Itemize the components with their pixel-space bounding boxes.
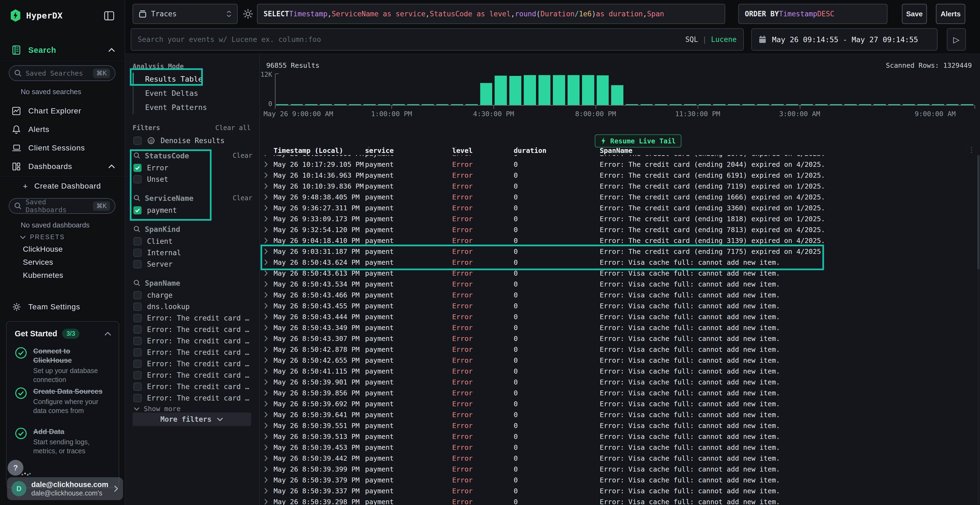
table-row[interactable]: May 26 8:50:43.349 PMpaymentError0Error:…	[260, 322, 976, 333]
row-expand-chevron-icon[interactable]	[260, 205, 274, 211]
table-row[interactable]: May 26 8:50:41.115 PMpaymentError0Error:…	[260, 366, 976, 376]
checkbox[interactable]	[134, 394, 142, 402]
table-row-highlighted[interactable]: May 26 8:50:43.624 PMpaymentError0Error:…	[260, 257, 976, 268]
query-language-toggle[interactable]: SQL | Lucene	[685, 35, 737, 43]
row-expand-chevron-icon[interactable]	[260, 194, 274, 200]
table-row[interactable]: May 26 10:20:01.000 PMpaymentError0Error…	[260, 155, 976, 159]
checkbox[interactable]	[134, 326, 142, 333]
table-row[interactable]: May 26 9:36:27.311 PMpaymentError0Error:…	[260, 202, 976, 213]
row-expand-chevron-icon[interactable]	[260, 368, 274, 375]
checkbox[interactable]	[134, 303, 142, 311]
table-row[interactable]: May 26 8:50:43.613 PMpaymentError0Error:…	[260, 268, 976, 279]
date-range-picker[interactable]: May 26 09:14:55 - May 27 09:14:55	[751, 28, 937, 51]
row-expand-chevron-icon[interactable]	[260, 324, 274, 331]
filter-option[interactable]: dns.lookup	[134, 302, 252, 312]
column-resize-handle[interactable]: ⋮	[452, 145, 460, 154]
row-expand-chevron-icon[interactable]	[260, 155, 274, 157]
table-row-highlighted[interactable]: May 26 9:03:31.187 PMpaymentError0Error:…	[260, 246, 976, 257]
analysis-mode-event-deltas[interactable]: Event Deltas	[134, 86, 207, 100]
sidebar-collapse-icon[interactable]	[104, 11, 115, 21]
sidebar-item-alerts[interactable]: Alerts	[0, 122, 125, 137]
column-header-level[interactable]: level	[452, 147, 514, 154]
checkbox[interactable]	[134, 237, 142, 245]
row-expand-chevron-icon[interactable]	[260, 455, 274, 462]
sidebar-item-client-sessions[interactable]: Client Sessions	[0, 140, 125, 156]
row-expand-chevron-icon[interactable]	[260, 499, 274, 505]
checkbox[interactable]	[134, 175, 142, 183]
column-header-service[interactable]: service	[365, 147, 452, 154]
row-expand-chevron-icon[interactable]	[260, 346, 274, 353]
column-header-spanname[interactable]: SpanName	[600, 147, 980, 154]
row-expand-chevron-icon[interactable]	[260, 400, 274, 407]
row-expand-chevron-icon[interactable]	[260, 335, 274, 342]
row-expand-chevron-icon[interactable]	[260, 488, 274, 494]
column-resize-handle[interactable]: ⋮	[600, 145, 607, 154]
checkbox[interactable]	[134, 291, 142, 299]
table-row[interactable]: May 26 8:50:39.551 PMpaymentError0Error:…	[260, 420, 976, 431]
user-menu[interactable]: D dale@clickhouse.com dale@clickhouse.co…	[7, 477, 123, 500]
filter-option[interactable]: Error: The credit card …	[134, 381, 252, 392]
checkbox[interactable]	[134, 314, 142, 322]
help-button[interactable]: ?	[8, 460, 24, 476]
row-expand-chevron-icon[interactable]	[260, 270, 274, 276]
table-row[interactable]: May 26 8:50:39.856 PMpaymentError0Error:…	[260, 387, 976, 399]
row-expand-chevron-icon[interactable]	[260, 161, 274, 168]
row-expand-chevron-icon[interactable]	[260, 281, 274, 287]
sidebar-item-search[interactable]: Search	[0, 43, 125, 58]
sidebar-item-dashboards[interactable]: Dashboards	[0, 159, 125, 174]
sidebar-preset-services[interactable]: Services	[23, 258, 53, 267]
sidebar-preset-clickhouse[interactable]: ClickHouse	[23, 245, 63, 254]
checkbox[interactable]	[134, 360, 142, 368]
table-row[interactable]: May 26 8:50:43.444 PMpaymentError0Error:…	[260, 311, 976, 322]
clear-all-button[interactable]: Clear all	[215, 124, 251, 132]
row-expand-chevron-icon[interactable]	[260, 292, 274, 298]
analysis-mode-results-table[interactable]: Results Table	[134, 72, 207, 86]
get-started-item[interactable]: Create Data SourcesConfigure where your …	[15, 387, 113, 415]
denoise-results-row[interactable]: Denoise Results	[134, 135, 224, 146]
order-by-editor[interactable]: ORDER BY Timestamp DESC	[738, 4, 888, 24]
checkbox[interactable]	[134, 206, 142, 214]
row-expand-chevron-icon[interactable]	[260, 237, 274, 244]
chevron-up-icon[interactable]	[108, 164, 115, 169]
table-row[interactable]: May 26 9:48:38.405 PMpaymentError0Error:…	[260, 192, 976, 202]
column-resize-handle[interactable]: ⋮	[365, 145, 372, 154]
table-row[interactable]: May 26 8:50:42.655 PMpaymentError0Error:…	[260, 355, 976, 366]
checkbox[interactable]	[134, 383, 142, 391]
denoise-checkbox[interactable]	[134, 137, 142, 145]
row-expand-chevron-icon[interactable]	[260, 444, 274, 451]
row-expand-chevron-icon[interactable]	[260, 357, 274, 364]
row-expand-chevron-icon[interactable]	[260, 411, 274, 418]
sidebar-preset-kubernetes[interactable]: Kubernetes	[23, 271, 63, 280]
row-expand-chevron-icon[interactable]	[260, 477, 274, 483]
filter-option[interactable]: Client	[134, 236, 252, 246]
get-started-item[interactable]: Add DataStart sending logs, metrics, or …	[15, 427, 113, 456]
column-header-timestamp-local-[interactable]: Timestamp (Local)	[274, 147, 365, 154]
filter-option[interactable]: Error: The credit card …	[134, 313, 252, 323]
table-row[interactable]: May 26 8:50:43.534 PMpaymentError0Error:…	[260, 279, 976, 289]
table-row[interactable]: May 26 8:50:43.466 PMpaymentError0Error:…	[260, 289, 976, 300]
column-header-duration[interactable]: duration	[514, 147, 600, 154]
row-expand-chevron-icon[interactable]	[260, 172, 274, 178]
row-expand-chevron-icon[interactable]	[260, 313, 274, 320]
show-more-button[interactable]: Show more	[134, 405, 252, 413]
checkbox[interactable]	[134, 260, 142, 268]
row-expand-chevron-icon[interactable]	[260, 433, 274, 440]
saved-searches-input[interactable]: Saved Searches ⌘K	[9, 65, 115, 81]
row-expand-chevron-icon[interactable]	[260, 248, 274, 255]
source-settings-gear-icon[interactable]	[242, 8, 254, 20]
alerts-button[interactable]: Alerts	[936, 4, 965, 24]
table-row[interactable]: May 26 9:04:18.410 PMpaymentError0Error:…	[260, 235, 976, 246]
column-resize-handle[interactable]: ⋮	[514, 145, 521, 154]
filter-clear-button[interactable]: Clear	[233, 194, 252, 202]
table-options-icon[interactable]: ⋮	[968, 145, 975, 154]
row-expand-chevron-icon[interactable]	[260, 216, 274, 222]
lucene-search-input[interactable]: Search your events w/ Lucene ex. column:…	[130, 28, 744, 51]
table-row[interactable]: May 26 8:50:43.455 PMpaymentError0Error:…	[260, 300, 976, 311]
filter-option[interactable]: Error: The credit card …	[134, 324, 252, 335]
table-row[interactable]: May 26 10:17:29.105 PMpaymentError0Error…	[260, 159, 976, 170]
row-expand-chevron-icon[interactable]	[260, 379, 274, 385]
table-row[interactable]: May 26 8:50:39.513 PMpaymentError0Error:…	[260, 431, 976, 442]
row-expand-chevron-icon[interactable]	[260, 259, 274, 265]
table-row[interactable]: May 26 8:50:39.298 PMpaymentError0Error:…	[260, 496, 976, 505]
saved-dashboards-input[interactable]: Saved Dashboards ⌘K	[9, 198, 115, 214]
